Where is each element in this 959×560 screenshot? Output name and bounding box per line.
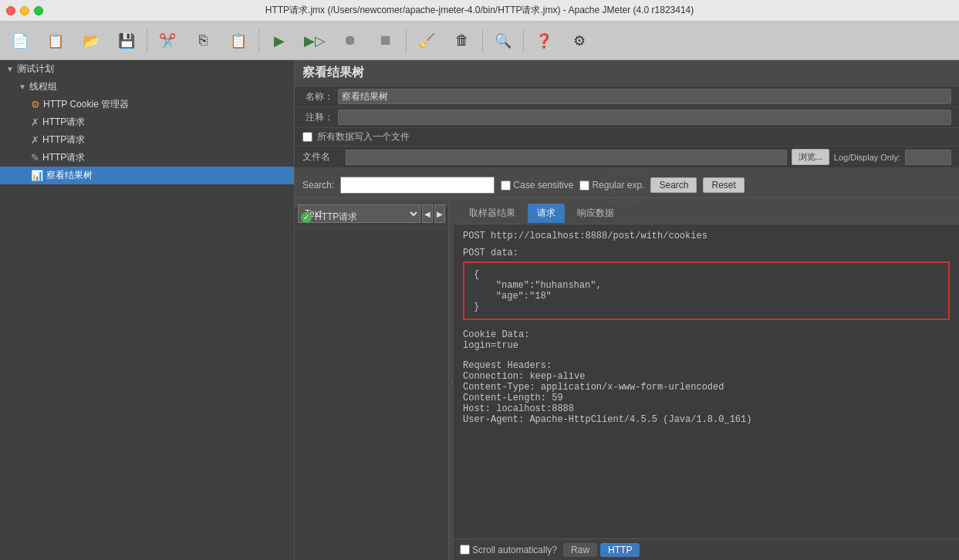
bottom-tab-http-label: HTTP: [608, 545, 632, 555]
clear-all-button[interactable]: 🗑: [445, 25, 479, 57]
separator-3: [406, 29, 407, 52]
post-data-box: { "name":"huhanshan", "age":"18" }: [463, 261, 950, 320]
scroll-checkbox-item[interactable]: Scroll automatically?: [460, 545, 557, 555]
log-display-input[interactable]: [905, 150, 951, 165]
regular-exp-checkbox[interactable]: [579, 180, 589, 191]
name-input[interactable]: [338, 89, 951, 104]
sidebar-item-thread-group[interactable]: ▼ 线程组: [0, 78, 294, 96]
help-icon: ❓: [535, 32, 552, 49]
search-toolbar-button[interactable]: 🔍: [486, 25, 520, 57]
browse-button[interactable]: 浏览...: [792, 149, 829, 165]
separator-4: [482, 29, 483, 52]
request-headers-section: Request Headers: Connection: keep-alive …: [463, 360, 950, 425]
request-headers-label: Request Headers:: [463, 360, 950, 371]
paste-button[interactable]: 📋: [221, 25, 255, 57]
clear-all-icon: 🗑: [455, 32, 469, 49]
search-bar: Search: Case sensitive Regular exp. Sear…: [295, 173, 959, 198]
clear-icon: 🧹: [418, 32, 435, 49]
start-icon: ▶: [274, 32, 285, 49]
sidebar-item-test-plan[interactable]: ▼ 测试计划: [0, 60, 294, 78]
bottom-tab-http[interactable]: HTTP: [600, 543, 640, 557]
sidebar-item-label: 察看结果树: [46, 169, 93, 182]
tab-response-data[interactable]: 响应数据: [568, 204, 623, 223]
left-results-panel: Text RegExp Tester CSS/JQuery Tester JSO…: [295, 203, 449, 560]
name-row: 名称：: [295, 86, 959, 107]
new-button[interactable]: 📄: [3, 25, 37, 57]
horizontal-splitter[interactable]: ···: [449, 203, 454, 560]
open-icon: 📂: [83, 32, 100, 49]
shutdown-button[interactable]: ⏹: [369, 25, 403, 57]
sidebar-item-label: HTTP请求: [42, 116, 85, 129]
cookie-section: Cookie Data: login=true: [463, 329, 950, 351]
cut-icon: ✂️: [159, 32, 176, 49]
arrow-icon: ▼: [19, 83, 26, 91]
remote-button[interactable]: ⚙: [562, 25, 596, 57]
minimize-button[interactable]: [20, 6, 29, 15]
regular-exp-label: Regular exp.: [592, 180, 644, 191]
bottom-tab-raw-label: Raw: [571, 545, 589, 555]
panel-title: 察看结果树: [302, 66, 364, 79]
tab-request[interactable]: 请求: [528, 204, 565, 223]
search-toolbar-icon: 🔍: [495, 32, 512, 49]
all-data-checkbox[interactable]: [302, 132, 312, 142]
start-no-pause-icon: ▶▷: [304, 32, 326, 49]
filename-label: 文件名: [302, 150, 341, 164]
filename-input[interactable]: [346, 150, 787, 165]
comment-row: 注释：: [295, 107, 959, 128]
separator-5: [523, 29, 524, 52]
prev-arrow-button[interactable]: ◀: [422, 204, 433, 223]
case-sensitive-checkbox[interactable]: [501, 180, 511, 191]
name-label: 名称：: [302, 90, 333, 103]
start-button[interactable]: ▶: [262, 25, 296, 57]
listener-icon: 📊: [31, 170, 43, 181]
file-row: 文件名 浏览... Log/Display Only:: [295, 147, 959, 168]
help-button[interactable]: ❓: [527, 25, 561, 57]
sidebar-item-result-tree[interactable]: 📊 察看结果树: [0, 167, 294, 184]
panel-header: 察看结果树: [295, 60, 959, 86]
search-button[interactable]: Search: [650, 177, 697, 193]
copy-button[interactable]: ⎘: [186, 25, 220, 57]
sidebar-item-http-req-1[interactable]: ✗ HTTP请求: [0, 113, 294, 131]
templates-button[interactable]: 📋: [39, 25, 73, 57]
comment-input[interactable]: [338, 110, 951, 125]
cookie-value: login=true: [463, 340, 950, 351]
sidebar-item-http-req-2[interactable]: ✗ HTTP请求: [0, 131, 294, 149]
save-button[interactable]: 💾: [110, 25, 144, 57]
toolbar: 📄 📋 📂 💾 ✂️ ⎘ 📋 ▶ ▶▷ ⏺ ⏹ 🧹 🗑 🔍 ❓: [0, 22, 959, 60]
templates-icon: 📋: [47, 32, 64, 49]
right-detail-panel: 取样器结果 请求 响应数据 POST http://localhost:8888…: [454, 203, 959, 560]
regular-exp-checkbox-item[interactable]: Regular exp.: [579, 180, 644, 191]
tab-response-label: 响应数据: [577, 207, 614, 218]
scroll-checkbox[interactable]: [460, 545, 470, 555]
bottom-tab-raw[interactable]: Raw: [563, 543, 597, 557]
case-sensitive-checkbox-item[interactable]: Case sensitive: [501, 180, 573, 191]
sidebar: ▼ 测试计划 ▼ 线程组 ⚙ HTTP Cookie 管理器 ✗ HTTP请求 …: [0, 60, 295, 560]
open-button[interactable]: 📂: [74, 25, 108, 57]
request-header-content-length: Content-Length: 59: [463, 393, 950, 403]
reset-button[interactable]: Reset: [703, 177, 744, 193]
search-input[interactable]: [340, 177, 495, 194]
bottom-bar: Scroll automatically? Raw HTTP: [454, 538, 959, 560]
request-header-content-type: Content-Type: application/x-www-form-url…: [463, 382, 950, 393]
sampler-icon: ✗: [31, 134, 39, 146]
sidebar-item-http-cookie[interactable]: ⚙ HTTP Cookie 管理器: [0, 96, 294, 113]
request-header-user-agent: User-Agent: Apache-HttpClient/4.5.5 (Jav…: [463, 414, 950, 425]
next-arrow-button[interactable]: ▶: [434, 204, 445, 223]
sidebar-item-http-req-3[interactable]: ✎ HTTP请求: [0, 149, 294, 167]
close-button[interactable]: [6, 6, 15, 15]
fullscreen-button[interactable]: [34, 6, 43, 15]
start-no-pause-button[interactable]: ▶▷: [298, 25, 332, 57]
checkbox-row: 所有数据写入一个文件: [295, 128, 959, 147]
tab-sampler-results[interactable]: 取样器结果: [460, 204, 525, 223]
clear-button[interactable]: 🧹: [410, 25, 444, 57]
bottom-tabs: Raw HTTP: [563, 543, 640, 557]
stop-button[interactable]: ⏺: [333, 25, 367, 57]
cut-button[interactable]: ✂️: [150, 25, 184, 57]
shutdown-icon: ⏹: [379, 32, 393, 49]
content-display: POST http://localhost:8888/post/with/coo…: [454, 224, 959, 538]
request-header-host: Host: localhost:8888: [463, 403, 950, 414]
comment-label: 注释：: [302, 111, 333, 124]
cookie-header: Cookie Data:: [463, 329, 950, 340]
remote-icon: ⚙: [573, 32, 586, 49]
separator-2: [258, 29, 259, 52]
